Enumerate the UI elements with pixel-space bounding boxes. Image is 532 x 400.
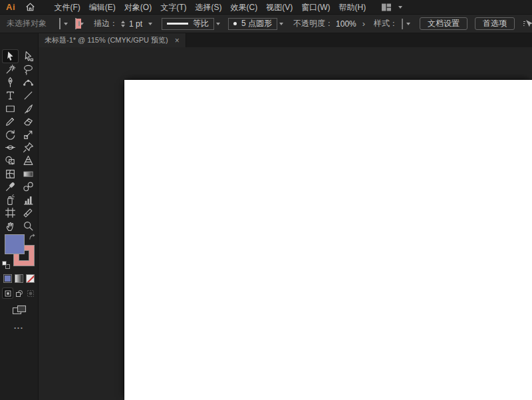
- gradient-tool[interactable]: [21, 168, 36, 180]
- chevron-down-icon: [398, 6, 402, 9]
- menu-item-view[interactable]: 视图(V): [262, 0, 297, 15]
- menu-item-edit[interactable]: 编辑(E): [84, 0, 120, 15]
- brush-definition-value: 5 点圆形: [241, 18, 272, 29]
- brush-chevron-icon[interactable]: [279, 23, 283, 25]
- round-brush-preview-icon: [233, 22, 237, 25]
- puppet-warp-tool[interactable]: [21, 141, 36, 154]
- fill-color-well[interactable]: [5, 234, 25, 254]
- stroke-color-swatch[interactable]: [75, 18, 76, 29]
- artboard-tool[interactable]: [3, 206, 18, 219]
- draw-inside-button[interactable]: [25, 288, 35, 298]
- uniform-profile-preview-icon: [167, 23, 188, 25]
- illustrator-window: Ai 文件(F)编辑(E)对象(O)文字(T)选择(S)效果(C)视图(V)窗口…: [0, 0, 532, 400]
- none-button[interactable]: [26, 274, 35, 283]
- tools-panel: •••: [0, 33, 39, 400]
- fill-stroke-indicator: [1, 234, 37, 271]
- opacity-label[interactable]: 不透明度：: [293, 18, 333, 29]
- pen-tool[interactable]: [3, 76, 18, 89]
- control-bar: 未选择对象 描边： 1 pt 等比 5 点圆形 不透明度： 100% › 样式：…: [0, 15, 532, 33]
- magic-wand-tool[interactable]: [3, 63, 18, 76]
- style-chevron-icon[interactable]: [406, 23, 410, 25]
- hand-tool[interactable]: [3, 220, 18, 232]
- line-segment-tool[interactable]: [21, 89, 36, 102]
- rotate-tool[interactable]: [3, 128, 18, 141]
- gradient-button[interactable]: [15, 274, 23, 283]
- selection-status: 未选择对象: [7, 18, 47, 29]
- menu-item-type[interactable]: 文字(T): [156, 0, 191, 15]
- artboard[interactable]: [124, 80, 532, 400]
- zoom-tool[interactable]: [21, 220, 36, 232]
- menu-item-window[interactable]: 窗口(W): [297, 0, 334, 15]
- width-profile-dropdown[interactable]: 等比: [162, 18, 214, 30]
- symbol-sprayer-tool[interactable]: [3, 194, 18, 206]
- direct-selection-tool[interactable]: [21, 50, 36, 63]
- stroke-weight-chevron-icon[interactable]: [148, 23, 152, 25]
- menu-item-select[interactable]: 选择(S): [191, 0, 226, 15]
- swap-fill-stroke-icon[interactable]: [29, 234, 36, 243]
- menu-item-file[interactable]: 文件(F): [50, 0, 84, 15]
- tab-close-icon[interactable]: ×: [175, 37, 180, 45]
- preferences-button[interactable]: 首选项: [475, 17, 515, 30]
- menu-list: 文件(F)编辑(E)对象(O)文字(T)选择(S)效果(C)视图(V)窗口(W)…: [50, 0, 370, 15]
- width-profile-value: 等比: [193, 18, 209, 29]
- document-tab[interactable]: 未标题-1* @ 115% (CMYK/GPU 预览) ×: [39, 33, 186, 47]
- pencil-tool[interactable]: [3, 115, 18, 128]
- change-screen-mode-button[interactable]: [12, 305, 27, 317]
- stroke-weight-label: 描边：: [94, 18, 118, 29]
- paint-type-buttons: [3, 274, 35, 283]
- menu-bar: Ai 文件(F)编辑(E)对象(O)文字(T)选择(S)效果(C)视图(V)窗口…: [0, 0, 532, 15]
- work-zone: ••• 未标题-1* @ 115% (CMYK/GPU 预览) ×: [0, 33, 532, 400]
- document-tab-bar: 未标题-1* @ 115% (CMYK/GPU 预览) ×: [39, 33, 532, 47]
- paintbrush-tool[interactable]: [21, 102, 36, 115]
- document-tab-title: 未标题-1* @ 115% (CMYK/GPU 预览): [45, 35, 168, 45]
- fill-color-swatch[interactable]: [59, 18, 61, 29]
- style-swatch[interactable]: [402, 19, 403, 29]
- eyedropper-tool[interactable]: [3, 180, 18, 193]
- fill-color-chevron-icon[interactable]: [64, 23, 68, 25]
- selection-tool[interactable]: [3, 50, 18, 63]
- workspace-switcher[interactable]: [381, 3, 402, 12]
- width-profile-chevron-icon[interactable]: [216, 23, 220, 25]
- menu-item-help[interactable]: 帮助(H): [334, 0, 370, 15]
- document-area: 未标题-1* @ 115% (CMYK/GPU 预览) ×: [39, 33, 532, 400]
- canvas-pasteboard[interactable]: [39, 47, 532, 400]
- eraser-tool[interactable]: [21, 115, 36, 128]
- slice-tool[interactable]: [21, 206, 36, 219]
- style-label: 样式：: [374, 18, 398, 29]
- type-tool[interactable]: [3, 89, 18, 102]
- stroke-weight-value[interactable]: 1 pt: [129, 19, 142, 29]
- draw-behind-button[interactable]: [14, 288, 24, 298]
- blend-tool[interactable]: [21, 180, 36, 193]
- app-logo: Ai: [6, 2, 15, 12]
- select-similar-objects-icon[interactable]: [523, 19, 532, 29]
- home-icon[interactable]: [25, 2, 35, 12]
- tool-grid: [1, 50, 37, 232]
- shape-builder-tool[interactable]: [3, 154, 18, 167]
- column-graph-tool[interactable]: [21, 194, 36, 206]
- perspective-grid-tool[interactable]: [21, 154, 36, 167]
- drawing-mode-buttons: [3, 288, 35, 298]
- document-setup-button[interactable]: 文档设置: [420, 17, 467, 30]
- lasso-tool[interactable]: [21, 63, 36, 76]
- workspace-layout-icon: [381, 3, 392, 12]
- opacity-panel-arrow[interactable]: ›: [362, 19, 365, 28]
- curvature-tool[interactable]: [21, 76, 36, 89]
- mesh-tool[interactable]: [3, 168, 18, 180]
- width-tool[interactable]: [3, 141, 18, 154]
- rectangle-tool[interactable]: [3, 102, 18, 115]
- default-fill-stroke-icon[interactable]: [2, 261, 10, 269]
- menu-item-effect[interactable]: 效果(C): [226, 0, 262, 15]
- edit-toolbar-ellipsis[interactable]: •••: [14, 325, 23, 331]
- draw-normal-button[interactable]: [3, 288, 13, 298]
- color-button[interactable]: [3, 274, 12, 283]
- scale-tool[interactable]: [21, 128, 36, 141]
- menu-item-object[interactable]: 对象(O): [120, 0, 156, 15]
- brush-definition-dropdown[interactable]: 5 点圆形: [228, 18, 277, 30]
- stroke-weight-stepper[interactable]: [121, 21, 125, 27]
- opacity-value[interactable]: 100%: [336, 19, 356, 29]
